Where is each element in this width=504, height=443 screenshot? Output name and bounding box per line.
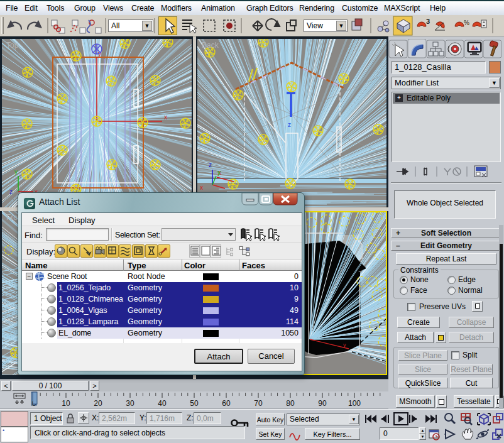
svg-text:x: x bbox=[164, 114, 167, 121]
svg-text:z: z bbox=[288, 121, 291, 128]
svg-text:20: 20 bbox=[94, 399, 102, 408]
svg-text:30: 30 bbox=[126, 399, 134, 408]
svg-text:y: y bbox=[217, 169, 221, 176]
svg-text:z: z bbox=[209, 161, 212, 168]
svg-text:z: z bbox=[9, 189, 13, 195]
svg-text:100: 100 bbox=[348, 399, 361, 408]
svg-text:y: y bbox=[343, 342, 346, 348]
svg-text:%: % bbox=[464, 19, 469, 26]
svg-text:70: 70 bbox=[254, 399, 263, 408]
svg-text:60: 60 bbox=[222, 399, 231, 408]
svg-text:90: 90 bbox=[318, 399, 327, 408]
svg-text:Back: Back bbox=[202, 41, 219, 50]
svg-text:3: 3 bbox=[426, 18, 430, 25]
svg-text:80: 80 bbox=[286, 399, 295, 408]
svg-text:Top: Top bbox=[6, 41, 19, 50]
svg-text:y: y bbox=[14, 168, 18, 175]
svg-text:x: x bbox=[200, 184, 203, 191]
svg-text:10: 10 bbox=[62, 399, 70, 408]
svg-text:50: 50 bbox=[190, 399, 199, 408]
svg-text:40: 40 bbox=[158, 399, 167, 408]
